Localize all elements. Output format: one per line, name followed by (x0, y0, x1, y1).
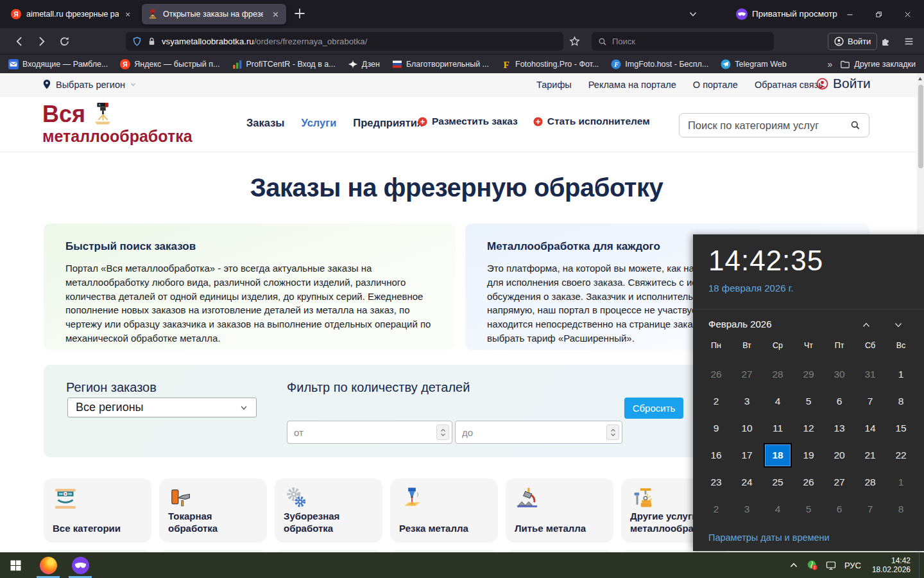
calendar-day[interactable]: 21 (855, 442, 886, 469)
show-desktop-button[interactable] (919, 552, 921, 578)
site-logo[interactable]: Вся металлообработка (42, 102, 193, 146)
calendar-day[interactable]: 3 (732, 388, 762, 415)
calendar-day[interactable]: 7 (855, 388, 886, 415)
extensions-puzzle-icon[interactable] (880, 36, 891, 47)
taskbar-clock[interactable]: 14:42 18.02.2026 (869, 556, 911, 574)
calendar-day[interactable]: 7 (855, 496, 886, 523)
bookmark-item[interactable]: Благотворительный ... (392, 59, 489, 69)
nav-action-link[interactable]: Стать исполнителем (533, 116, 650, 127)
main-nav-link[interactable]: Предприятия (353, 117, 423, 129)
calendar-next-month-chevron-icon[interactable] (893, 320, 903, 330)
calendar-day[interactable]: 26 (793, 469, 824, 496)
taskbar-firefox-button[interactable] (34, 552, 62, 578)
calendar-day[interactable]: 27 (824, 469, 855, 496)
calendar-day-selected[interactable]: 18 (764, 443, 792, 468)
calendar-day[interactable]: 3 (732, 496, 762, 523)
site-search-input[interactable] (688, 119, 845, 132)
other-bookmarks-button[interactable]: Другие закладки (840, 59, 916, 69)
calendar-prev-month-chevron-icon[interactable] (861, 320, 871, 330)
tab-close-icon[interactable] (271, 10, 280, 19)
bookmark-item[interactable]: ЯЯндекс — быстрый п... (120, 59, 219, 69)
new-tab-button[interactable] (293, 6, 307, 21)
window-close-button[interactable] (893, 0, 922, 28)
window-minimize-button[interactable] (835, 0, 864, 28)
calendar-day[interactable]: 6 (824, 496, 855, 523)
bookmark-item[interactable]: Telegram Web (721, 59, 786, 69)
back-button[interactable] (14, 36, 25, 47)
topbar-link[interactable]: О портале (693, 80, 738, 90)
calendar-day[interactable]: 31 (855, 361, 886, 388)
reload-button[interactable] (59, 36, 70, 47)
nav-action-link[interactable]: Разместить заказ (418, 116, 518, 127)
calendar-day[interactable]: 20 (824, 442, 855, 469)
main-nav-link[interactable]: Заказы (246, 117, 284, 129)
forward-button[interactable] (36, 36, 47, 47)
bookmark-item[interactable]: Дзен (348, 59, 380, 69)
calendar-day[interactable]: 14 (855, 415, 886, 442)
calendar-day[interactable]: 25 (762, 469, 793, 496)
calendar-day[interactable]: 5 (793, 388, 824, 415)
calendar-day[interactable]: 2 (701, 388, 732, 415)
calendar-day[interactable]: 29 (793, 361, 824, 388)
calendar-day[interactable]: 12 (793, 415, 824, 442)
calendar-day[interactable]: 19 (793, 442, 824, 469)
scrollbar-thumb[interactable] (918, 85, 923, 168)
calendar-day[interactable]: 4 (762, 388, 793, 415)
scrollbar-up-arrow-icon[interactable] (918, 77, 922, 80)
calendar-day[interactable]: 28 (762, 361, 793, 388)
calendar-day[interactable]: 1 (886, 469, 916, 496)
flyout-date-link[interactable]: 18 февраля 2026 г. (708, 283, 794, 293)
bookmark-item[interactable]: Входящие — Рамбле... (8, 59, 108, 69)
browser-tab-inactive[interactable]: Я aimetall.ru фрезерные работы (5, 4, 137, 24)
quantity-from-input[interactable] (287, 421, 452, 444)
calendar-day[interactable]: 15 (886, 415, 916, 442)
browser-search-bar[interactable] (592, 32, 774, 51)
calendar-day[interactable]: 27 (732, 361, 762, 388)
window-restore-button[interactable] (864, 0, 893, 28)
topbar-link[interactable]: Тарифы (536, 80, 572, 90)
calendar-day[interactable]: 23 (701, 469, 732, 496)
site-login-button[interactable]: Войти (816, 76, 871, 91)
calendar-day[interactable]: 22 (886, 442, 916, 469)
calendar-day[interactable]: 13 (824, 415, 855, 442)
site-search-box[interactable] (679, 113, 869, 137)
reset-filters-button[interactable]: Сбросить (624, 398, 683, 419)
bookmark-item[interactable]: FImgFoto.host - Беспл... (611, 59, 708, 69)
network-tray-icon[interactable] (826, 560, 836, 570)
calendar-day[interactable]: 10 (732, 415, 762, 442)
bookmark-item[interactable]: ProfiTCentR - Вход в а... (232, 59, 336, 69)
start-button[interactable] (0, 552, 31, 578)
calendar-day[interactable]: 8 (886, 388, 916, 415)
category-card[interactable]: Литье металла (506, 478, 613, 543)
calendar-day[interactable]: 4 (762, 496, 793, 523)
calendar-day[interactable]: 26 (701, 361, 732, 388)
tray-chevron-up-icon[interactable] (789, 560, 799, 570)
browser-tab-active[interactable]: Открытые заказы на фрезерну (142, 4, 286, 24)
bookmark-item[interactable]: FFotohosting.Pro - Фот... (501, 59, 599, 69)
calendar-day[interactable]: 9 (701, 415, 732, 442)
calendar-day[interactable]: 17 (732, 442, 762, 469)
calendar-day[interactable]: 24 (732, 469, 762, 496)
taskbar-firefox-private-button[interactable] (66, 552, 94, 578)
category-card[interactable]: Токарная обработка (159, 478, 267, 543)
lock-icon[interactable] (147, 37, 157, 46)
antivirus-tray-icon[interactable]: ! (807, 560, 817, 570)
firefox-signin-button[interactable]: Войти (828, 33, 877, 50)
bookmarks-overflow-chevron-icon[interactable]: » (827, 59, 832, 69)
quantity-to-input[interactable] (455, 421, 622, 444)
topbar-link[interactable]: Обратная связь (755, 80, 823, 90)
number-spinner[interactable] (606, 425, 619, 440)
bookmark-star-icon[interactable] (569, 36, 580, 47)
calendar-day[interactable]: 8 (886, 496, 916, 523)
calendar-day[interactable]: 30 (824, 361, 855, 388)
calendar-day[interactable]: 1 (886, 361, 916, 388)
calendar-day[interactable]: 2 (701, 496, 732, 523)
topbar-link[interactable]: Реклама на портале (588, 80, 676, 90)
menu-hamburger-icon[interactable] (903, 36, 914, 47)
language-indicator[interactable]: РУС (844, 561, 861, 570)
region-picker[interactable]: Выбрать регион (42, 79, 137, 90)
tracking-protection-shield-icon[interactable] (132, 37, 142, 46)
search-icon[interactable] (850, 120, 860, 130)
calendar-day[interactable]: 16 (701, 442, 732, 469)
category-card[interactable]: Резка металла (390, 478, 498, 543)
